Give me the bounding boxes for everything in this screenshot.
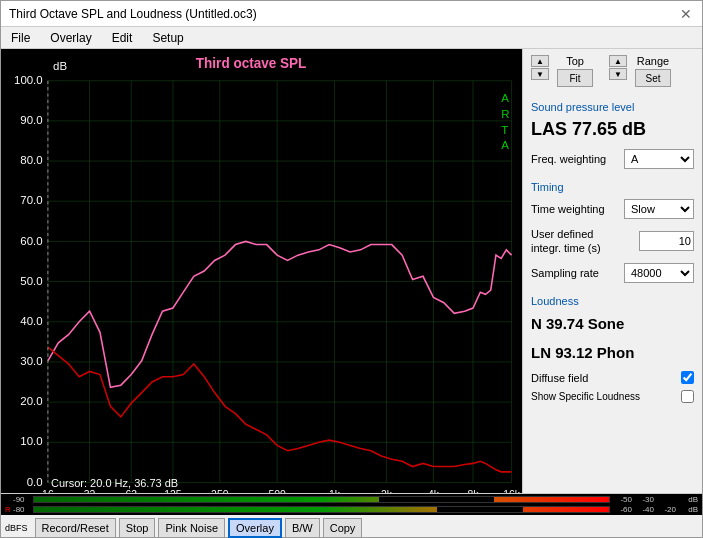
menu-overlay[interactable]: Overlay xyxy=(44,29,97,47)
right-panel: ▲ ▼ Top Fit ▲ ▼ Range Set xyxy=(522,49,702,493)
svg-text:2k: 2k xyxy=(381,489,393,493)
time-weighting-row: Time weighting Slow Fast Impulse xyxy=(531,199,694,219)
cursor-text: Cursor: 20.0 Hz, 36.73 dB xyxy=(51,477,178,489)
diffuse-field-label: Diffuse field xyxy=(531,372,588,384)
svg-text:250: 250 xyxy=(211,489,229,493)
svg-text:dB: dB xyxy=(53,60,67,72)
spl-value: LAS 77.65 dB xyxy=(531,119,694,141)
svg-text:16k: 16k xyxy=(503,489,521,493)
fit-button[interactable]: Fit xyxy=(557,69,593,87)
sampling-rate-label: Sampling rate xyxy=(531,267,599,279)
top-group: ▲ ▼ xyxy=(531,55,549,87)
svg-rect-0 xyxy=(1,49,522,493)
integr-time-row: User definedintegr. time (s) xyxy=(531,227,694,256)
menu-edit[interactable]: Edit xyxy=(106,29,139,47)
svg-text:4k: 4k xyxy=(428,489,440,493)
stop-button[interactable]: Stop xyxy=(119,518,156,538)
chart-area: 100.0 90.0 80.0 70.0 60.0 50.0 40.0 30.0… xyxy=(1,49,522,493)
timing-section-label: Timing xyxy=(531,181,694,193)
menu-file[interactable]: File xyxy=(5,29,36,47)
svg-text:1k: 1k xyxy=(329,489,341,493)
show-specific-label: Show Specific Loudness xyxy=(531,391,640,402)
svg-text:T: T xyxy=(501,123,508,135)
integr-time-label: User definedintegr. time (s) xyxy=(531,227,601,256)
top-down-button[interactable]: ▼ xyxy=(531,68,549,80)
integr-time-input[interactable] xyxy=(639,231,694,251)
bottom-bar: -90 -50 -30 dB R -80 -60 -40 -20 dB xyxy=(1,493,702,537)
time-weighting-label: Time weighting xyxy=(531,203,605,215)
svg-text:80.0: 80.0 xyxy=(20,154,42,166)
svg-text:32: 32 xyxy=(84,489,96,493)
record-reset-button[interactable]: Record/Reset xyxy=(35,518,116,538)
svg-text:A: A xyxy=(501,139,509,151)
pink-noise-button[interactable]: Pink Noise xyxy=(158,518,225,538)
freq-weighting-label: Freq. weighting xyxy=(531,153,606,165)
svg-text:A: A xyxy=(501,92,509,104)
main-content: 100.0 90.0 80.0 70.0 60.0 50.0 40.0 30.0… xyxy=(1,49,702,493)
svg-text:70.0: 70.0 xyxy=(20,194,42,206)
diffuse-field-row: Diffuse field xyxy=(531,371,694,384)
level-bars: -90 -50 -30 dB R -80 -60 -40 -20 dB xyxy=(1,494,702,515)
loudness-n: N 39.74 Sone xyxy=(531,313,694,334)
range-up-button[interactable]: ▲ xyxy=(609,55,627,67)
copy-button[interactable]: Copy xyxy=(323,518,363,538)
svg-text:90.0: 90.0 xyxy=(20,114,42,126)
main-window: Third Octave SPL and Loudness (Untitled.… xyxy=(0,0,703,538)
range-label: Range xyxy=(637,55,669,67)
freq-weighting-select[interactable]: A B C Z xyxy=(624,149,694,169)
close-button[interactable]: ✕ xyxy=(678,6,694,22)
menu-setup[interactable]: Setup xyxy=(146,29,189,47)
set-button[interactable]: Set xyxy=(635,69,671,87)
sampling-rate-select[interactable]: 48000 44100 96000 xyxy=(624,263,694,283)
freq-weighting-row: Freq. weighting A B C Z xyxy=(531,149,694,169)
svg-text:63: 63 xyxy=(125,489,137,493)
svg-text:R: R xyxy=(501,108,509,120)
top-up-button[interactable]: ▲ xyxy=(531,55,549,67)
svg-text:30.0: 30.0 xyxy=(20,355,42,367)
top-label: Top xyxy=(566,55,584,67)
level-bar-bottom: R -80 -60 -40 -20 dB xyxy=(5,505,698,514)
fit-top-controls: ▲ ▼ Top Fit ▲ ▼ Range Set xyxy=(531,55,694,87)
svg-text:50.0: 50.0 xyxy=(20,275,42,287)
loudness-ln: LN 93.12 Phon xyxy=(531,342,694,363)
spl-section-label: Sound pressure level xyxy=(531,101,694,113)
svg-text:8k: 8k xyxy=(468,489,480,493)
show-specific-row: Show Specific Loudness xyxy=(531,390,694,403)
title-bar: Third Octave SPL and Loudness (Untitled.… xyxy=(1,1,702,27)
menu-bar: File Overlay Edit Setup xyxy=(1,27,702,49)
svg-text:0.0: 0.0 xyxy=(27,476,43,488)
svg-text:100.0: 100.0 xyxy=(14,74,43,86)
sampling-rate-row: Sampling rate 48000 44100 96000 xyxy=(531,263,694,283)
show-specific-checkbox[interactable] xyxy=(681,390,694,403)
bw-button[interactable]: B/W xyxy=(285,518,320,538)
diffuse-field-checkbox[interactable] xyxy=(681,371,694,384)
svg-text:Third octave SPL: Third octave SPL xyxy=(196,56,306,71)
svg-text:10.0: 10.0 xyxy=(20,435,42,447)
range-down-button[interactable]: ▼ xyxy=(609,68,627,80)
level-bar-top: -90 -50 -30 dB xyxy=(5,495,698,504)
dBFS-label: dBFS xyxy=(5,523,28,533)
svg-text:60.0: 60.0 xyxy=(20,234,42,246)
loudness-section-label: Loudness xyxy=(531,295,694,307)
window-title: Third Octave SPL and Loudness (Untitled.… xyxy=(9,7,257,21)
svg-text:20.0: 20.0 xyxy=(20,395,42,407)
svg-text:125: 125 xyxy=(164,489,182,493)
svg-text:40.0: 40.0 xyxy=(20,315,42,327)
svg-text:500: 500 xyxy=(268,489,286,493)
buttons-row: dBFS Record/Reset Stop Pink Noise Overla… xyxy=(1,515,702,538)
chart-svg: 100.0 90.0 80.0 70.0 60.0 50.0 40.0 30.0… xyxy=(1,49,522,493)
overlay-button[interactable]: Overlay xyxy=(228,518,282,538)
svg-text:16: 16 xyxy=(42,489,54,493)
time-weighting-select[interactable]: Slow Fast Impulse xyxy=(624,199,694,219)
